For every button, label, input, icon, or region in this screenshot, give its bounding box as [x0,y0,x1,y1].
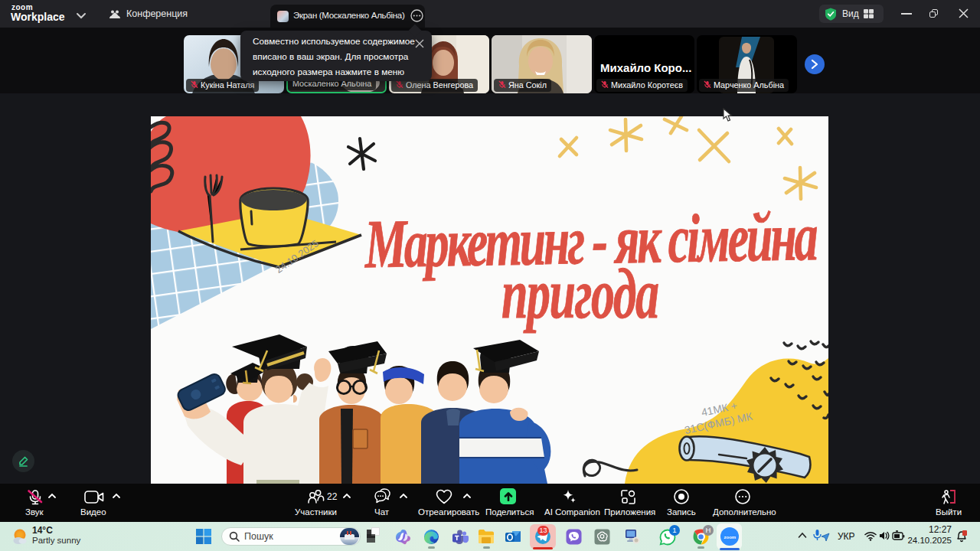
svg-text:пригода: пригода [501,255,659,333]
